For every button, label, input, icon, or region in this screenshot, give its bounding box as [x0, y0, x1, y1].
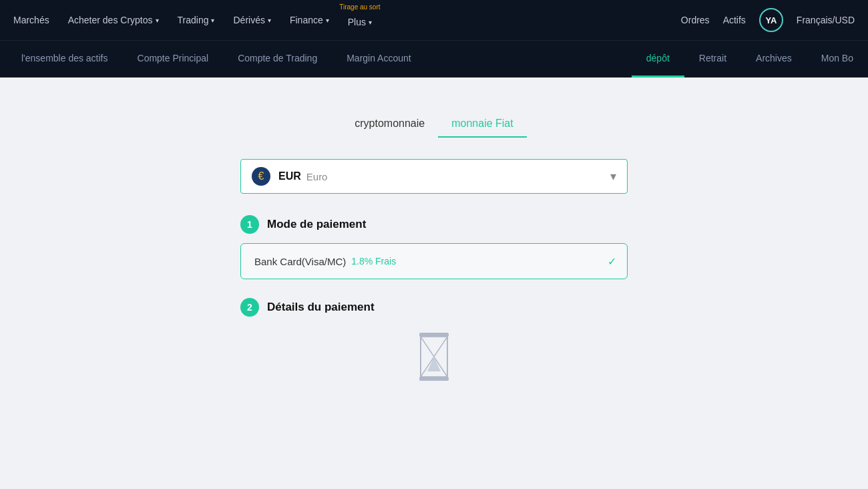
- svg-marker-4: [421, 337, 447, 357]
- nav-marches[interactable]: Marchés: [13, 15, 49, 25]
- payment-method-card[interactable]: Bank Card(Visa/MC) 1.8% Frais ✓: [240, 243, 628, 279]
- payment-label: Bank Card(Visa/MC): [254, 256, 346, 267]
- section1-header: 1 Mode de paiement: [240, 215, 628, 234]
- nav-finance[interactable]: Finance ▾: [290, 15, 329, 25]
- payment-check-icon: ✓: [608, 255, 616, 268]
- tabs-row: cryptomonnaie monnaie Fiat: [341, 111, 526, 138]
- currency-dropdown[interactable]: € EUR Euro ▾: [240, 159, 628, 194]
- section2-title: Détails du paiement: [267, 301, 375, 314]
- nav-ordres[interactable]: Ordres: [681, 15, 710, 25]
- top-nav-left: Marchés Acheter des Cryptos ▾ Trading ▾ …: [13, 13, 681, 27]
- action-archives[interactable]: Archives: [741, 41, 807, 77]
- subnav-principal[interactable]: Compte Principal: [123, 41, 224, 77]
- language-selector[interactable]: Français/USD: [797, 15, 855, 25]
- section2-number: 2: [240, 298, 259, 317]
- sub-nav: l'ensemble des actifs Compte Principal C…: [0, 40, 868, 77]
- tirage-label: Tirage au sort: [339, 3, 380, 11]
- nav-acheter[interactable]: Acheter des Cryptos ▾: [68, 15, 159, 25]
- svg-rect-0: [419, 333, 449, 337]
- nav-plus[interactable]: Tirage au sort Plus ▾: [348, 13, 372, 27]
- nav-actifs[interactable]: Actifs: [723, 15, 746, 25]
- sub-nav-left: l'ensemble des actifs Compte Principal C…: [0, 41, 632, 77]
- section2-header: 2 Détails du paiement: [240, 298, 628, 317]
- chevron-icon: ▾: [268, 17, 271, 24]
- dropdown-arrow-icon: ▾: [610, 169, 616, 184]
- currency-select-wrap: € EUR Euro ▾: [240, 159, 628, 194]
- action-depot[interactable]: dépôt: [632, 41, 684, 77]
- nav-derives[interactable]: Dérivés ▾: [233, 15, 270, 25]
- svg-rect-8: [430, 379, 438, 381]
- eur-icon: €: [252, 167, 270, 186]
- user-avatar[interactable]: YA: [759, 8, 783, 32]
- subnav-trading[interactable]: Compte de Trading: [223, 41, 332, 77]
- content-area: cryptomonnaie monnaie Fiat € EUR Euro ▾ …: [0, 77, 868, 489]
- tab-cryptomonnaie[interactable]: cryptomonnaie: [341, 111, 438, 138]
- action-retrait[interactable]: Retrait: [684, 41, 741, 77]
- subnav-ensemble[interactable]: l'ensemble des actifs: [7, 41, 123, 77]
- chevron-icon: ▾: [156, 17, 159, 24]
- chevron-icon: ▾: [326, 17, 329, 24]
- chevron-icon: ▾: [211, 17, 214, 24]
- payment-details-section: 2 Détails du paiement: [240, 298, 628, 383]
- payment-fee: 1.8% Frais: [351, 256, 396, 267]
- tab-monnaie-fiat[interactable]: monnaie Fiat: [438, 111, 527, 138]
- nav-trading[interactable]: Trading ▾: [178, 15, 215, 25]
- currency-name: Euro: [306, 171, 328, 182]
- top-nav: Marchés Acheter des Cryptos ▾ Trading ▾ …: [0, 0, 868, 40]
- hourglass-wrap: [240, 330, 628, 383]
- payment-method-section: 1 Mode de paiement Bank Card(Visa/MC) 1.…: [240, 215, 628, 298]
- section1-number: 1: [240, 215, 259, 234]
- subnav-margin[interactable]: Margin Account: [332, 41, 426, 77]
- sub-nav-right: dépôt Retrait Archives Mon Bo: [632, 41, 868, 77]
- hourglass-icon: [413, 330, 455, 383]
- chevron-icon: ▾: [369, 19, 372, 26]
- section1-title: Mode de paiement: [267, 218, 366, 231]
- action-mon-bo[interactable]: Mon Bo: [807, 41, 868, 77]
- currency-code: EUR: [278, 170, 301, 182]
- top-nav-right: Ordres Actifs YA Français/USD: [681, 8, 855, 32]
